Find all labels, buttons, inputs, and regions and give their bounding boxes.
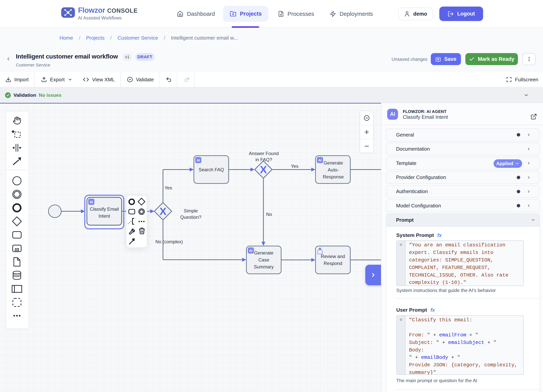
svg-text:AI: AI	[318, 159, 322, 162]
svg-text:Question?: Question?	[180, 215, 201, 220]
svg-text:Respond: Respond	[324, 261, 342, 266]
svg-text:X: X	[159, 205, 166, 217]
svg-text:Response: Response	[323, 174, 344, 179]
svg-text:No (complex): No (complex)	[155, 239, 183, 244]
svg-text:AI: AI	[90, 200, 93, 204]
svg-text:Yes: Yes	[291, 164, 298, 169]
svg-text:Answer Found: Answer Found	[249, 151, 279, 156]
svg-text:Yes: Yes	[164, 185, 172, 190]
svg-text:Simple: Simple	[184, 208, 198, 213]
svg-text:AI: AI	[249, 249, 253, 253]
svg-text:Classify Email: Classify Email	[90, 206, 119, 212]
svg-text:Summary: Summary	[254, 264, 274, 269]
svg-text:Auto-: Auto-	[328, 167, 339, 172]
svg-text:Search FAQ: Search FAQ	[199, 167, 224, 172]
svg-text:in FAQ?: in FAQ?	[255, 157, 272, 162]
svg-text:X: X	[260, 164, 267, 175]
svg-text:No: No	[266, 212, 272, 217]
svg-text:Review and: Review and	[321, 254, 345, 259]
svg-text:Case: Case	[258, 257, 269, 262]
svg-text:AI: AI	[197, 159, 200, 162]
svg-text:Generate: Generate	[324, 160, 343, 165]
svg-text:Intent: Intent	[98, 213, 110, 219]
svg-text:Generate: Generate	[254, 250, 273, 256]
